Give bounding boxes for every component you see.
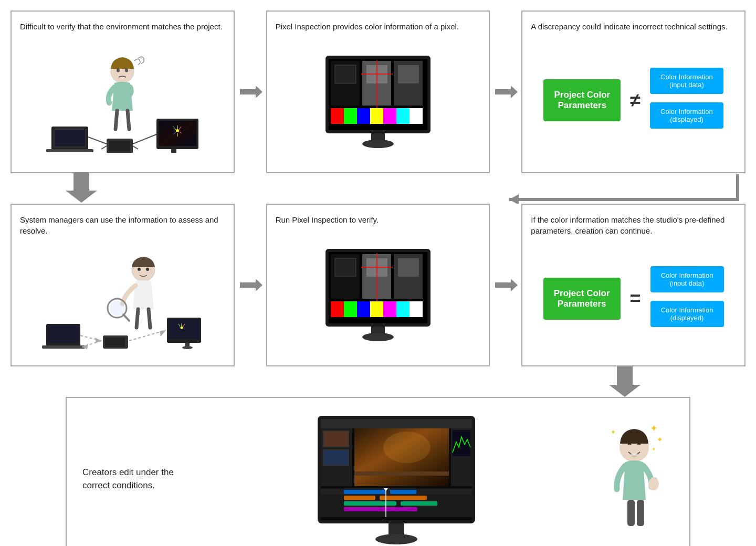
svg-rect-111 (453, 430, 470, 456)
row1-color-info-1: Color Information (input data) (650, 68, 723, 94)
svg-text:✦: ✦ (652, 446, 656, 452)
svg-marker-74 (160, 330, 166, 337)
row1-pcp-box: Project Color Parameters (543, 79, 621, 121)
row3-wrapper: Creators edit under the correct conditio… (10, 397, 746, 546)
svg-text:✦: ✦ (650, 423, 658, 434)
svg-marker-96 (495, 279, 518, 291)
row2-box3-text: If the color information matches the stu… (531, 214, 736, 236)
svg-point-15 (176, 129, 179, 132)
svg-rect-91 (383, 301, 396, 317)
row1-box1-text: Difficult to verify that the environment… (20, 21, 225, 32)
svg-rect-90 (370, 301, 383, 317)
svg-line-10 (101, 146, 107, 149)
svg-rect-42 (383, 108, 396, 124)
svg-rect-40 (357, 108, 370, 124)
row1: Difficult to verify that the environment… (10, 10, 746, 173)
svg-marker-48 (66, 172, 97, 203)
svg-rect-115 (390, 490, 416, 494)
row2-box2-illustration (276, 230, 481, 356)
row3-monitor (219, 411, 574, 546)
row3-text: Creators edit under the correct conditio… (82, 466, 198, 492)
row-connectors (10, 173, 746, 204)
row2-pcp-box: Project Color Parameters (543, 278, 621, 320)
svg-line-25 (133, 134, 156, 144)
row2-box2: Run Pixel Inspection to verify. (266, 204, 490, 366)
row1-arrow2 (490, 10, 521, 173)
svg-rect-127 (651, 477, 657, 481)
svg-rect-87 (331, 301, 344, 317)
svg-rect-88 (344, 301, 357, 317)
svg-rect-43 (396, 108, 410, 124)
connector-bent-arrow-svg (494, 173, 746, 204)
svg-line-24 (88, 137, 107, 144)
arrow-down-left-icon (60, 172, 102, 203)
row2-equal: = (630, 288, 641, 310)
svg-marker-47 (495, 86, 518, 98)
svg-rect-92 (396, 301, 410, 317)
arrow-down-row2-row3-icon (604, 366, 646, 397)
row2-color-info-2: Color Information (displayed) (650, 301, 724, 327)
row1-box1-illustration (20, 37, 225, 163)
row3-person-svg: ✦ ✦ ✦ ✦ (595, 418, 674, 539)
svg-line-55 (123, 314, 129, 321)
row2-to-row3-arrow (10, 366, 746, 397)
row3-box: Creators edit under the correct conditio… (66, 397, 690, 546)
svg-rect-44 (410, 108, 423, 124)
svg-rect-103 (324, 432, 348, 446)
svg-rect-60 (105, 338, 125, 347)
row1-box2-text: Pixel Inspection provides color informat… (276, 21, 481, 32)
row1-color-info-2: Color Information (displayed) (650, 102, 723, 129)
svg-rect-36 (398, 65, 419, 83)
row2-color-info-1-text: Color Information (input data) (661, 271, 713, 287)
svg-rect-38 (331, 108, 344, 124)
svg-rect-62 (169, 319, 200, 339)
row1-color-info-2-text: Color Information (displayed) (660, 108, 713, 123)
svg-point-3 (140, 56, 143, 59)
svg-point-2 (125, 68, 128, 72)
row1-not-equal: ≠ (630, 89, 640, 111)
row2-box3: If the color information matches the stu… (521, 204, 746, 366)
svg-rect-118 (344, 501, 396, 506)
svg-point-52 (146, 268, 149, 271)
svg-line-11 (133, 146, 138, 149)
svg-rect-116 (344, 496, 375, 500)
svg-point-1 (117, 68, 120, 72)
svg-rect-57 (48, 326, 79, 343)
row1-box2: Pixel Inspection provides color informat… (266, 10, 490, 173)
row2-box1-text: System managers can use the information … (20, 214, 225, 236)
row1-color-info-1-text: Color Information (input data) (660, 73, 713, 89)
main-container: Difficult to verify that the environment… (10, 10, 746, 546)
svg-point-68 (182, 346, 193, 349)
svg-text:✦: ✦ (657, 435, 663, 444)
svg-rect-93 (410, 301, 423, 317)
row1-box2-monitor-svg (320, 50, 436, 150)
row2-box2-monitor-svg (320, 244, 436, 343)
svg-marker-97 (609, 366, 640, 397)
svg-rect-105 (324, 450, 348, 465)
svg-rect-58 (42, 345, 85, 349)
row2: System managers can use the information … (10, 204, 746, 366)
arrow-right-icon (237, 81, 264, 102)
svg-rect-79 (335, 258, 356, 277)
svg-rect-120 (344, 507, 417, 511)
svg-rect-100 (321, 419, 472, 428)
svg-rect-128 (627, 500, 635, 526)
row1-box3: A discrepancy could indicate incorrect t… (521, 10, 746, 173)
svg-rect-89 (357, 301, 370, 317)
svg-point-95 (362, 333, 394, 341)
svg-rect-39 (344, 108, 357, 124)
row2-color-info-1: Color Information (input data) (650, 266, 724, 292)
row3-person: ✦ ✦ ✦ ✦ (595, 418, 674, 539)
row2-box2-text: Run Pixel Inspection to verify. (276, 214, 481, 225)
arrow-right-icon-2 (492, 81, 519, 102)
svg-rect-6 (55, 130, 85, 146)
row1-box1-svg (41, 48, 204, 153)
svg-rect-9 (109, 141, 130, 151)
row1-box2-illustration (276, 37, 481, 163)
svg-rect-85 (398, 258, 419, 277)
svg-rect-119 (401, 501, 437, 506)
row2-arrow2 (490, 204, 521, 366)
svg-marker-75 (240, 279, 262, 291)
row1-box3-text: A discrepancy could indicate incorrect t… (531, 21, 727, 32)
arrow-right-icon-3 (237, 275, 264, 296)
